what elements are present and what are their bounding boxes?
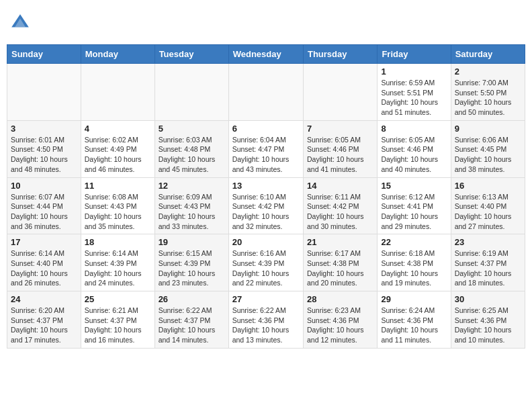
calendar-cell: 20Sunrise: 6:16 AMSunset: 4:39 PMDayligh… xyxy=(228,234,303,291)
header xyxy=(7,7,525,39)
day-number: 9 xyxy=(455,124,521,134)
day-info: Sunrise: 6:02 AMSunset: 4:49 PMDaylight:… xyxy=(85,135,151,175)
day-info: Sunrise: 6:05 AMSunset: 4:46 PMDaylight:… xyxy=(381,135,447,175)
calendar-cell: 24Sunrise: 6:20 AMSunset: 4:37 PMDayligh… xyxy=(7,291,81,349)
day-info: Sunrise: 6:23 AMSunset: 4:36 PMDaylight:… xyxy=(307,306,373,345)
day-info: Sunrise: 6:11 AMSunset: 4:42 PMDaylight:… xyxy=(307,192,373,232)
calendar-cell xyxy=(154,64,228,121)
calendar-cell: 14Sunrise: 6:11 AMSunset: 4:42 PMDayligh… xyxy=(303,177,377,234)
day-info: Sunrise: 6:14 AMSunset: 4:40 PMDaylight:… xyxy=(11,248,77,288)
header-day-wednesday: Wednesday xyxy=(228,45,303,64)
day-number: 16 xyxy=(455,181,521,191)
day-info: Sunrise: 6:18 AMSunset: 4:38 PMDaylight:… xyxy=(381,248,447,288)
calendar-cell: 23Sunrise: 6:19 AMSunset: 4:37 PMDayligh… xyxy=(451,234,525,291)
day-info: Sunrise: 6:12 AMSunset: 4:41 PMDaylight:… xyxy=(381,192,447,232)
logo xyxy=(9,12,34,34)
day-number: 1 xyxy=(381,66,447,77)
day-number: 20 xyxy=(232,237,300,247)
day-info: Sunrise: 7:00 AMSunset: 5:50 PMDaylight:… xyxy=(455,78,521,118)
calendar-cell: 28Sunrise: 6:23 AMSunset: 4:36 PMDayligh… xyxy=(303,291,377,349)
day-number: 11 xyxy=(85,181,151,191)
day-info: Sunrise: 6:13 AMSunset: 4:40 PMDaylight:… xyxy=(455,192,521,232)
day-number: 29 xyxy=(381,294,447,304)
calendar-cell: 22Sunrise: 6:18 AMSunset: 4:38 PMDayligh… xyxy=(378,234,451,291)
day-info: Sunrise: 6:22 AMSunset: 4:36 PMDaylight:… xyxy=(232,306,300,345)
day-number: 27 xyxy=(232,294,300,304)
day-info: Sunrise: 6:07 AMSunset: 4:44 PMDaylight:… xyxy=(11,192,77,232)
day-number: 26 xyxy=(159,294,225,304)
day-info: Sunrise: 6:16 AMSunset: 4:39 PMDaylight:… xyxy=(232,248,300,288)
calendar-cell: 11Sunrise: 6:08 AMSunset: 4:43 PMDayligh… xyxy=(81,177,154,234)
calendar-cell: 25Sunrise: 6:21 AMSunset: 4:37 PMDayligh… xyxy=(81,291,154,349)
day-number: 13 xyxy=(232,181,300,191)
calendar-cell xyxy=(228,64,303,121)
day-info: Sunrise: 6:24 AMSunset: 4:36 PMDaylight:… xyxy=(381,306,447,345)
calendar-cell: 10Sunrise: 6:07 AMSunset: 4:44 PMDayligh… xyxy=(7,177,81,234)
calendar-cell: 29Sunrise: 6:24 AMSunset: 4:36 PMDayligh… xyxy=(378,291,451,349)
calendar-cell: 16Sunrise: 6:13 AMSunset: 4:40 PMDayligh… xyxy=(451,177,525,234)
day-info: Sunrise: 6:05 AMSunset: 4:46 PMDaylight:… xyxy=(307,135,373,175)
calendar-cell: 1Sunrise: 6:59 AMSunset: 5:51 PMDaylight… xyxy=(378,64,451,121)
calendar-cell: 27Sunrise: 6:22 AMSunset: 4:36 PMDayligh… xyxy=(228,291,303,349)
day-info: Sunrise: 6:21 AMSunset: 4:37 PMDaylight:… xyxy=(85,306,151,345)
day-number: 14 xyxy=(307,181,373,191)
day-info: Sunrise: 6:08 AMSunset: 4:43 PMDaylight:… xyxy=(85,192,151,232)
day-number: 12 xyxy=(159,181,225,191)
week-row-3: 17Sunrise: 6:14 AMSunset: 4:40 PMDayligh… xyxy=(7,234,525,291)
day-info: Sunrise: 6:15 AMSunset: 4:39 PMDaylight:… xyxy=(159,248,225,288)
day-info: Sunrise: 6:22 AMSunset: 4:37 PMDaylight:… xyxy=(159,306,225,345)
day-info: Sunrise: 6:20 AMSunset: 4:37 PMDaylight:… xyxy=(11,306,77,345)
calendar-cell: 8Sunrise: 6:05 AMSunset: 4:46 PMDaylight… xyxy=(378,120,451,177)
header-day-tuesday: Tuesday xyxy=(154,45,228,64)
day-number: 18 xyxy=(85,237,151,247)
header-day-sunday: Sunday xyxy=(7,45,81,64)
calendar-cell: 7Sunrise: 6:05 AMSunset: 4:46 PMDaylight… xyxy=(303,120,377,177)
day-number: 23 xyxy=(455,237,521,247)
week-row-4: 24Sunrise: 6:20 AMSunset: 4:37 PMDayligh… xyxy=(7,291,525,349)
day-info: Sunrise: 6:09 AMSunset: 4:43 PMDaylight:… xyxy=(159,192,225,232)
calendar-table: SundayMondayTuesdayWednesdayThursdayFrid… xyxy=(7,44,525,349)
day-number: 15 xyxy=(381,181,447,191)
calendar-cell: 5Sunrise: 6:03 AMSunset: 4:48 PMDaylight… xyxy=(154,120,228,177)
day-info: Sunrise: 6:04 AMSunset: 4:47 PMDaylight:… xyxy=(232,135,300,175)
header-row: SundayMondayTuesdayWednesdayThursdayFrid… xyxy=(7,45,525,64)
calendar-cell xyxy=(303,64,377,121)
header-day-friday: Friday xyxy=(378,45,451,64)
calendar-cell: 12Sunrise: 6:09 AMSunset: 4:43 PMDayligh… xyxy=(154,177,228,234)
day-number: 22 xyxy=(381,237,447,247)
calendar-cell: 6Sunrise: 6:04 AMSunset: 4:47 PMDaylight… xyxy=(228,120,303,177)
day-number: 5 xyxy=(159,124,225,134)
calendar-cell: 21Sunrise: 6:17 AMSunset: 4:38 PMDayligh… xyxy=(303,234,377,291)
calendar-cell: 9Sunrise: 6:06 AMSunset: 4:45 PMDaylight… xyxy=(451,120,525,177)
day-info: Sunrise: 6:19 AMSunset: 4:37 PMDaylight:… xyxy=(455,248,521,288)
day-info: Sunrise: 6:59 AMSunset: 5:51 PMDaylight:… xyxy=(381,78,447,118)
day-number: 7 xyxy=(307,124,373,134)
day-info: Sunrise: 6:14 AMSunset: 4:39 PMDaylight:… xyxy=(85,248,151,288)
day-number: 17 xyxy=(11,237,77,247)
day-number: 6 xyxy=(232,124,300,134)
header-day-thursday: Thursday xyxy=(303,45,377,64)
day-number: 4 xyxy=(85,124,151,134)
week-row-0: 1Sunrise: 6:59 AMSunset: 5:51 PMDaylight… xyxy=(7,64,525,121)
day-number: 2 xyxy=(455,66,521,77)
calendar-body: 1Sunrise: 6:59 AMSunset: 5:51 PMDaylight… xyxy=(7,64,525,349)
calendar-header: SundayMondayTuesdayWednesdayThursdayFrid… xyxy=(7,45,525,64)
calendar-cell: 13Sunrise: 6:10 AMSunset: 4:42 PMDayligh… xyxy=(228,177,303,234)
day-number: 10 xyxy=(11,181,77,191)
day-number: 24 xyxy=(11,294,77,304)
calendar-cell: 4Sunrise: 6:02 AMSunset: 4:49 PMDaylight… xyxy=(81,120,154,177)
calendar-cell: 26Sunrise: 6:22 AMSunset: 4:37 PMDayligh… xyxy=(154,291,228,349)
day-number: 19 xyxy=(159,237,225,247)
day-info: Sunrise: 6:01 AMSunset: 4:50 PMDaylight:… xyxy=(11,135,77,175)
calendar-cell: 17Sunrise: 6:14 AMSunset: 4:40 PMDayligh… xyxy=(7,234,81,291)
day-info: Sunrise: 6:17 AMSunset: 4:38 PMDaylight:… xyxy=(307,248,373,288)
calendar-cell xyxy=(7,64,81,121)
week-row-1: 3Sunrise: 6:01 AMSunset: 4:50 PMDaylight… xyxy=(7,120,525,177)
calendar-cell xyxy=(81,64,154,121)
logo-icon xyxy=(9,12,31,34)
calendar-cell: 19Sunrise: 6:15 AMSunset: 4:39 PMDayligh… xyxy=(154,234,228,291)
header-day-monday: Monday xyxy=(81,45,154,64)
week-row-2: 10Sunrise: 6:07 AMSunset: 4:44 PMDayligh… xyxy=(7,177,525,234)
day-number: 3 xyxy=(11,124,77,134)
calendar-cell: 2Sunrise: 7:00 AMSunset: 5:50 PMDaylight… xyxy=(451,64,525,121)
